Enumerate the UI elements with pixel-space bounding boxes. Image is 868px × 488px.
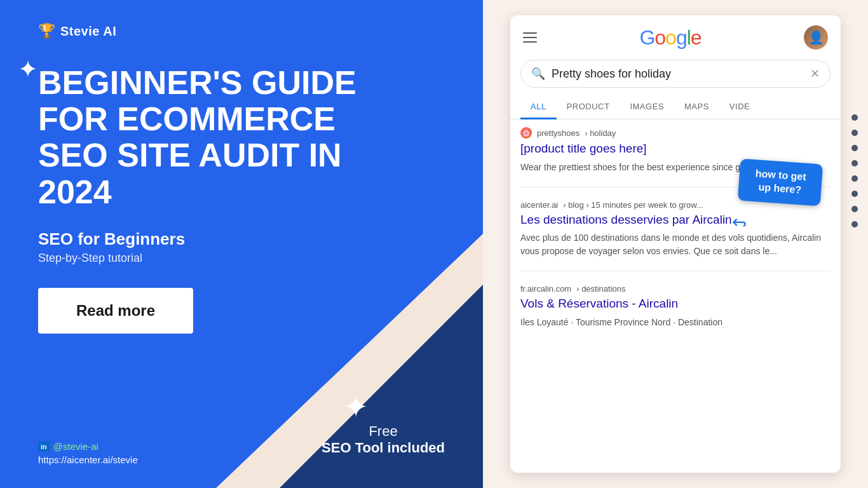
google-letter-o2: o [665,26,676,49]
search-result-3: fr.aircalin.com › destinations Vols & Ré… [520,284,831,342]
dot-8 [851,221,858,227]
google-letter-e: e [691,26,702,49]
hamburger-line-1 [523,32,537,34]
left-panel: ✦ 🏆 Stevie AI BEGINNER'S GUIDE FOR ECOMM… [0,0,483,488]
user-avatar[interactable]: 👤 [804,25,828,50]
subtitle-sub: Step-by-Step tutorial [38,252,445,265]
dot-3 [851,145,858,151]
result-1-source: 🌸 prettyshoes › holiday [520,127,831,139]
google-letter-o1: o [654,26,665,49]
search-query-text: Pretty shoes for holiday [552,67,804,81]
free-label: Free [322,423,445,440]
google-letter-g: G [639,26,654,49]
brand-logo: 🏆 Stevie AI [38,23,445,39]
dot-6 [851,191,858,197]
linkedin-icon: in [38,442,50,452]
sparkle-icon-top: ✦ [18,57,38,81]
google-letter-g2: g [676,26,687,49]
search-icon: 🔍 [531,67,545,81]
hamburger-menu-icon[interactable] [523,32,537,43]
logo-icon: 🏆 [38,23,55,39]
result-1-domain: prettyshoes [537,128,580,138]
result-2-domain: aicenter.ai [520,200,558,210]
search-result-2: aicenter.ai › blog › 15 minutes per week… [520,200,831,272]
tab-video[interactable]: VIDE [719,95,760,119]
search-tabs: ALL PRODUCT IMAGES MAPS VIDE [510,95,841,119]
tab-product[interactable]: PRODUCT [557,95,620,119]
callout-arrow-icon: ↩ [732,212,747,233]
linkedin-row: in @stevie-ai [38,441,138,452]
tab-images[interactable]: IMAGES [620,95,674,119]
result-2-snippet: Avec plus de 100 destinations dans le mo… [520,231,831,258]
result-2-title[interactable]: Les destinations desservies par Aircalin [520,212,831,228]
bottom-right-promo: Free SEO Tool included [322,423,445,456]
subtitle-main: SEO for Beginners [38,229,445,249]
dots-decoration [851,114,858,227]
hamburger-line-3 [523,41,537,43]
callout-bubble: how to get up here? [738,159,823,207]
search-bar-container: 🔍 Pretty shoes for holiday ✕ [510,60,841,88]
result-3-source: fr.aircalin.com › destinations [520,284,831,294]
main-title: BEGINNER'S GUIDE FOR ECOMMERCE SEO SITE … [38,65,407,210]
read-more-button[interactable]: Read more [38,288,193,334]
tab-maps[interactable]: MAPS [674,95,719,119]
result-1-favicon: 🌸 [520,127,532,139]
dot-2 [851,130,858,136]
dot-1 [851,114,858,121]
sparkle-icon-bottom: ✦ [343,389,369,424]
result-1-title[interactable]: [product title goes here] [520,141,831,157]
google-mockup: how to get up here? ↩ Google 👤 🔍 Pretty … [510,15,841,473]
result-2-breadcrumb: › blog › 15 minutes per week to grow... [563,200,703,210]
result-3-breadcrumb: › destinations [576,284,625,294]
result-3-snippet: Iles Loyauté · Tourisme Province Nord · … [520,316,831,329]
brand-name: Stevie AI [60,24,116,39]
tab-all[interactable]: ALL [520,95,557,119]
google-logo: Google [639,26,701,50]
dot-5 [851,175,858,182]
dot-4 [851,160,858,166]
search-bar[interactable]: 🔍 Pretty shoes for holiday ✕ [520,60,831,88]
linkedin-handle: @stevie-ai [53,441,98,452]
right-panel: how to get up here? ↩ Google 👤 🔍 Pretty … [483,0,868,488]
clear-search-icon[interactable]: ✕ [810,67,820,81]
result-1-breadcrumb: › holiday [585,128,616,138]
result-3-title[interactable]: Vols & Réservations - Aircalin [520,296,831,312]
website-link: https://aicenter.ai/stevie [38,454,138,465]
result-3-domain: fr.aircalin.com [520,284,571,294]
seo-tool-label: SEO Tool included [322,440,445,456]
bottom-left-info: in @stevie-ai https://aicenter.ai/stevie [38,441,138,465]
dot-7 [851,206,858,212]
google-topbar: Google 👤 [510,15,841,60]
hamburger-line-2 [523,37,537,38]
